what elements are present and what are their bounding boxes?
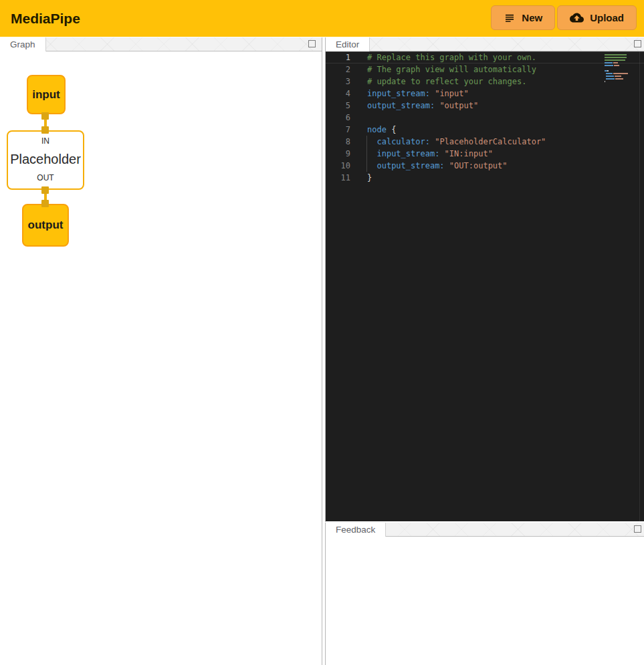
tab-feedback[interactable]: Feedback bbox=[326, 523, 386, 537]
tab-feedback-label: Feedback bbox=[336, 525, 375, 535]
graph-maximize-icon[interactable] bbox=[308, 40, 316, 47]
graph-port-node-in[interactable] bbox=[41, 126, 49, 134]
graph-port-node-out[interactable] bbox=[41, 186, 49, 194]
code-line: 3# update to reflect your changes. bbox=[326, 76, 644, 88]
header-actions: New Upload bbox=[491, 5, 637, 30]
editor-code-lines: 1# Replace this graph with your own.2# T… bbox=[326, 51, 644, 184]
tab-editor-label: Editor bbox=[336, 39, 359, 49]
code-line: 2# The graph view will automatically bbox=[326, 63, 644, 76]
new-button-label: New bbox=[522, 12, 542, 23]
editor-overview-ruler bbox=[639, 51, 640, 521]
graph-node-output-label: output bbox=[28, 219, 64, 232]
feedback-panel: Feedback bbox=[325, 523, 644, 665]
graph-panel: Graph input IN Placeholder OUT output bbox=[0, 37, 322, 665]
graph-node-output[interactable]: output bbox=[22, 204, 69, 247]
graph-node-input[interactable]: input bbox=[27, 75, 66, 114]
feedback-tabstrip: Feedback bbox=[326, 523, 644, 537]
editor-minimap[interactable] bbox=[605, 53, 635, 83]
placeholder-in-port-label: IN bbox=[41, 136, 49, 146]
graph-tabstrip: Graph bbox=[0, 37, 322, 51]
placeholder-out-port-label: OUT bbox=[37, 173, 53, 182]
app-title: MediaPipe bbox=[11, 11, 80, 27]
graph-port-input-out[interactable] bbox=[41, 112, 49, 120]
new-button[interactable]: New bbox=[491, 5, 555, 30]
code-line: 10 output_stream: "OUT:output" bbox=[326, 160, 644, 172]
code-line: 9 input_stream: "IN:input" bbox=[326, 148, 644, 160]
graph-canvas[interactable]: input IN Placeholder OUT output bbox=[0, 51, 322, 665]
code-line: 6 bbox=[326, 112, 644, 124]
editor-maximize-icon[interactable] bbox=[634, 40, 641, 47]
editor-code-area[interactable]: 1# Replace this graph with your own.2# T… bbox=[326, 51, 644, 521]
cloud-upload-icon bbox=[570, 11, 584, 25]
upload-button[interactable]: Upload bbox=[557, 5, 637, 30]
graph-port-output-in[interactable] bbox=[41, 200, 49, 207]
upload-button-label: Upload bbox=[590, 12, 624, 23]
code-line: 8 calculator: "PlaceholderCalculator" bbox=[326, 136, 644, 148]
tab-editor[interactable]: Editor bbox=[326, 37, 370, 51]
code-line: 7node { bbox=[326, 124, 644, 136]
graph-node-input-label: input bbox=[32, 88, 60, 102]
graph-node-placeholder[interactable]: IN Placeholder OUT bbox=[7, 130, 84, 190]
code-line: 5output_stream: "output" bbox=[326, 100, 644, 112]
tab-graph-label: Graph bbox=[10, 39, 35, 49]
app-header: MediaPipe New Upload bbox=[0, 0, 644, 37]
editor-indent-guide bbox=[366, 136, 367, 172]
tab-graph[interactable]: Graph bbox=[0, 37, 46, 51]
editor-panel: Editor 1# Replace this graph with your o… bbox=[325, 37, 644, 522]
code-line: 1# Replace this graph with your own. bbox=[326, 51, 644, 63]
placeholder-title: Placeholder bbox=[10, 152, 81, 167]
feedback-content bbox=[326, 537, 644, 665]
code-line: 11} bbox=[326, 172, 644, 184]
code-line: 4input_stream: "input" bbox=[326, 88, 644, 100]
feedback-maximize-icon[interactable] bbox=[634, 525, 641, 533]
subject-icon bbox=[504, 12, 516, 24]
editor-tabstrip: Editor bbox=[326, 37, 644, 51]
